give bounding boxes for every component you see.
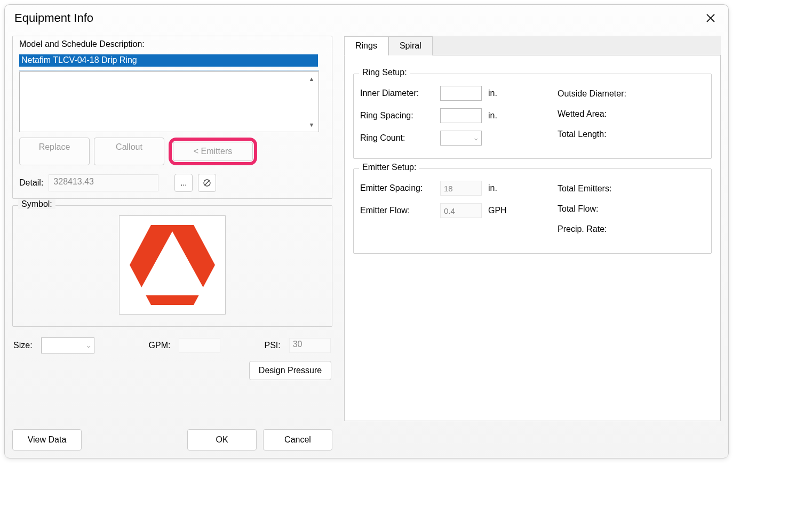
tab-spiral[interactable]: Spiral xyxy=(388,36,433,55)
chevron-down-icon: ⌵ xyxy=(87,342,91,349)
ring-setup-legend: Ring Setup: xyxy=(359,68,410,77)
outside-diameter-label: Outside Diameter: xyxy=(558,89,705,99)
inner-diameter-unit: in. xyxy=(488,88,497,98)
close-button[interactable] xyxy=(703,10,719,26)
model-input[interactable]: Netafim TLCV-04-18 Drip Ring xyxy=(19,54,318,67)
footer-row: View Data OK Cancel xyxy=(12,416,332,450)
model-label: Model and Schedule Description: xyxy=(19,39,325,49)
replace-button[interactable]: Replace xyxy=(19,138,90,165)
model-button-row: Replace Callout < Emitters xyxy=(19,138,325,165)
symbol-icon xyxy=(124,220,220,310)
detail-field[interactable]: 328413.43 xyxy=(49,174,158,191)
model-groupbox: Model and Schedule Description: Netafim … xyxy=(12,36,332,199)
titlebar: Equipment Info xyxy=(5,5,728,29)
scroll-up-button[interactable]: ▲ xyxy=(306,73,317,85)
size-select[interactable]: ⌵ xyxy=(41,337,94,353)
chevron-down-icon: ▼ xyxy=(309,122,315,128)
emitter-flow-label: Emitter Flow: xyxy=(360,206,440,215)
view-data-button[interactable]: View Data xyxy=(12,429,82,450)
left-column: Model and Schedule Description: Netafim … xyxy=(12,29,332,450)
ring-count-select[interactable]: ⌵ xyxy=(440,131,482,146)
chevron-up-icon: ▲ xyxy=(309,76,315,82)
design-pressure-button[interactable]: Design Pressure xyxy=(249,361,331,380)
ring-spacing-input[interactable] xyxy=(440,108,482,123)
emitter-setup-group: Emitter Setup: Emitter Spacing: in. Emit… xyxy=(353,168,712,254)
gpm-field xyxy=(179,338,220,353)
emitter-setup-legend: Emitter Setup: xyxy=(359,163,419,172)
total-flow-label: Total Flow: xyxy=(558,204,705,214)
ring-count-label: Ring Count: xyxy=(360,133,440,143)
emitter-spacing-unit: in. xyxy=(488,183,497,193)
total-emitters-label: Total Emitters: xyxy=(558,184,705,194)
no-entry-icon xyxy=(203,179,211,187)
tab-strip: Rings Spiral xyxy=(344,36,721,55)
wetted-area-label: Wetted Area: xyxy=(558,109,705,119)
ring-setup-group: Ring Setup: Inner Diameter: in. Ring Spa… xyxy=(353,74,712,159)
inner-diameter-label: Inner Diameter: xyxy=(360,88,440,98)
dialog-content: Model and Schedule Description: Netafim … xyxy=(5,29,728,458)
inner-diameter-input[interactable] xyxy=(440,86,482,101)
detail-browse-button[interactable]: ... xyxy=(174,174,193,192)
right-column: Rings Spiral Ring Setup: Inner Diameter:… xyxy=(344,29,721,450)
symbol-label: Symbol: xyxy=(18,199,55,209)
gpm-label: GPM: xyxy=(149,341,171,350)
detail-row: Detail: 328413.43 ... xyxy=(19,174,325,192)
scroll-down-button[interactable]: ▼ xyxy=(306,119,317,131)
emitter-spacing-input xyxy=(440,181,482,196)
symbol-preview xyxy=(119,215,226,315)
detail-label: Detail: xyxy=(19,178,43,188)
psi-field: 30 xyxy=(289,338,331,353)
ok-button[interactable]: OK xyxy=(187,429,257,450)
model-listbox[interactable]: ▲ ▼ xyxy=(19,71,319,132)
emitter-flow-input xyxy=(440,203,482,218)
svg-line-3 xyxy=(205,181,209,185)
cancel-button[interactable]: Cancel xyxy=(263,429,332,450)
ring-spacing-label: Ring Spacing: xyxy=(360,111,440,120)
dialog-title: Equipment Info xyxy=(14,11,93,25)
size-label: Size: xyxy=(13,341,33,350)
ring-spacing-unit: in. xyxy=(488,111,497,120)
emitter-spacing-label: Emitter Spacing: xyxy=(360,183,440,193)
symbol-groupbox: Symbol: xyxy=(12,205,332,327)
emitters-highlight: < Emitters xyxy=(169,138,257,165)
callout-button[interactable]: Callout xyxy=(94,138,164,165)
model-input-row: Netafim TLCV-04-18 Drip Ring xyxy=(19,53,319,70)
psi-label: PSI: xyxy=(264,341,280,350)
detail-clear-button[interactable] xyxy=(198,174,216,192)
tab-rings[interactable]: Rings xyxy=(344,36,388,55)
emitters-button[interactable]: < Emitters xyxy=(173,142,253,161)
chevron-down-icon: ⌵ xyxy=(474,135,478,142)
emitter-flow-unit: GPH xyxy=(488,206,507,215)
equipment-info-dialog: Equipment Info Model and Schedule Descri… xyxy=(4,4,729,458)
size-gpm-psi-row: Size: ⌵ GPM: PSI: 30 xyxy=(12,337,332,353)
close-icon xyxy=(706,13,715,23)
tab-content-rings: Ring Setup: Inner Diameter: in. Ring Spa… xyxy=(344,55,721,421)
total-length-label: Total Length: xyxy=(558,130,705,139)
precip-rate-label: Precip. Rate: xyxy=(558,224,705,234)
